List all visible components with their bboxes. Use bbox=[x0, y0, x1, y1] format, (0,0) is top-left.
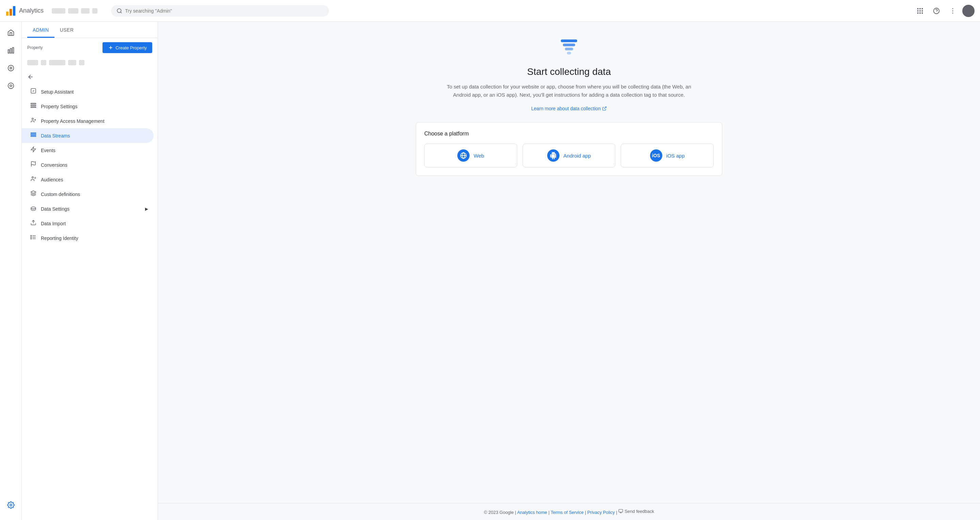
svg-point-50 bbox=[31, 237, 31, 238]
menu-item-data-settings[interactable]: Data Settings ▶ bbox=[22, 201, 154, 216]
back-arrow-icon bbox=[27, 73, 34, 80]
web-platform-button[interactable]: Web bbox=[424, 144, 517, 167]
svg-point-49 bbox=[31, 235, 31, 236]
back-button[interactable] bbox=[24, 71, 37, 83]
account-item-blurred-3 bbox=[49, 60, 65, 65]
svg-rect-7 bbox=[922, 8, 923, 9]
platform-options: Web Android app iOS bbox=[424, 144, 714, 167]
hero-icon bbox=[558, 38, 580, 58]
advertising-nav-button[interactable] bbox=[3, 78, 19, 94]
svg-rect-0 bbox=[6, 11, 8, 16]
content-main: Start collecting data To set up data col… bbox=[158, 22, 980, 503]
home-nav-button[interactable] bbox=[3, 24, 19, 41]
grid-icon bbox=[916, 7, 924, 14]
menu-item-custom-definitions[interactable]: Custom definitions bbox=[22, 187, 154, 201]
custom-definitions-icon bbox=[30, 190, 37, 198]
svg-rect-37 bbox=[31, 135, 36, 135]
svg-rect-53 bbox=[563, 44, 575, 46]
menu-item-audiences[interactable]: Audiences bbox=[22, 172, 154, 187]
menu-item-reporting-identity[interactable]: Reporting Identity bbox=[22, 231, 154, 246]
account-blurred-3 bbox=[81, 8, 89, 14]
menu-item-data-import[interactable]: Data Import bbox=[22, 216, 154, 231]
svg-marker-39 bbox=[31, 147, 36, 152]
user-avatar[interactable] bbox=[962, 5, 975, 17]
account-selector[interactable] bbox=[49, 7, 100, 15]
learn-more-link[interactable]: Learn more about data collection bbox=[531, 106, 607, 111]
property-settings-icon bbox=[30, 102, 37, 110]
create-property-button[interactable]: Create Property bbox=[102, 42, 152, 53]
events-icon bbox=[30, 146, 37, 154]
conversions-icon bbox=[30, 161, 37, 169]
svg-rect-9 bbox=[920, 10, 921, 11]
search-icon bbox=[116, 8, 122, 14]
main-layout: ADMIN USER Property Create Property bbox=[0, 22, 980, 520]
svg-rect-19 bbox=[8, 50, 9, 53]
terms-of-service-link[interactable]: Terms of Service bbox=[550, 509, 584, 515]
more-menu-button[interactable] bbox=[946, 4, 959, 18]
svg-point-41 bbox=[32, 177, 34, 178]
menu-item-property-access[interactable]: Property Access Management bbox=[22, 114, 154, 128]
privacy-policy-link[interactable]: Privacy Policy bbox=[587, 509, 615, 515]
menu-item-conversions[interactable]: Conversions bbox=[22, 158, 154, 172]
send-feedback[interactable]: Send feedback bbox=[618, 509, 654, 514]
analytics-home-link[interactable]: Analytics home bbox=[517, 509, 547, 515]
search-input[interactable] bbox=[125, 8, 323, 14]
property-header: Property Create Property bbox=[22, 38, 158, 57]
account-item-blurred-5 bbox=[79, 60, 84, 65]
sidebar-bottom bbox=[3, 497, 19, 515]
svg-rect-13 bbox=[922, 12, 923, 14]
setup-assistant-icon bbox=[30, 88, 37, 96]
admin-tab[interactable]: ADMIN bbox=[27, 22, 54, 38]
help-icon-button[interactable] bbox=[930, 4, 943, 18]
android-platform-button[interactable]: Android app bbox=[523, 144, 616, 167]
android-label: Android app bbox=[563, 153, 591, 159]
apps-icon-button[interactable] bbox=[913, 4, 927, 18]
svg-rect-12 bbox=[920, 12, 921, 14]
svg-line-4 bbox=[121, 12, 122, 13]
explore-icon bbox=[7, 64, 14, 72]
menu-item-property-settings[interactable]: Property Settings bbox=[22, 99, 154, 114]
account-blurred-2 bbox=[68, 8, 78, 14]
account-item-blurred-4 bbox=[68, 60, 76, 65]
svg-rect-6 bbox=[920, 8, 921, 9]
menu-item-setup-assistant[interactable]: Setup Assistant bbox=[22, 84, 154, 99]
footer-separator-4: | bbox=[616, 509, 618, 515]
events-label: Events bbox=[41, 148, 56, 153]
account-item-blurred-2 bbox=[41, 60, 46, 65]
feedback-icon bbox=[618, 509, 623, 514]
menu-item-data-streams[interactable]: Data Streams bbox=[22, 128, 154, 143]
top-navigation: Analytics bbox=[0, 0, 980, 22]
svg-rect-32 bbox=[31, 107, 36, 108]
web-label: Web bbox=[474, 153, 484, 159]
account-blurred-1 bbox=[52, 8, 65, 14]
account-item-blurred-1 bbox=[27, 60, 38, 65]
svg-point-25 bbox=[10, 504, 12, 506]
data-settings-label: Data Settings bbox=[41, 206, 140, 212]
ios-icon: iOS bbox=[650, 149, 662, 162]
settings-nav-button[interactable] bbox=[3, 497, 19, 513]
svg-rect-11 bbox=[917, 12, 919, 14]
svg-rect-52 bbox=[561, 40, 577, 42]
account-blurred-4 bbox=[92, 8, 97, 14]
logo-area[interactable]: Analytics bbox=[5, 5, 44, 16]
user-tab[interactable]: USER bbox=[54, 22, 80, 38]
reporting-identity-icon bbox=[30, 234, 37, 242]
footer-copyright: © 2023 Google bbox=[484, 509, 514, 515]
menu-item-events[interactable]: Events bbox=[22, 143, 154, 158]
svg-line-56 bbox=[604, 107, 606, 109]
audiences-icon bbox=[30, 176, 37, 184]
reports-nav-button[interactable] bbox=[3, 42, 19, 59]
data-streams-label: Data Streams bbox=[41, 133, 70, 138]
explore-nav-button[interactable] bbox=[3, 60, 19, 76]
plus-icon bbox=[108, 45, 113, 51]
footer: © 2023 Google | Analytics home | Terms o… bbox=[158, 503, 980, 520]
svg-point-33 bbox=[32, 118, 34, 120]
ios-platform-button[interactable]: iOS iOS app bbox=[621, 144, 714, 167]
content-area: Start collecting data To set up data col… bbox=[158, 22, 980, 520]
property-settings-label: Property Settings bbox=[41, 104, 77, 109]
platform-title: Choose a platform bbox=[424, 131, 714, 137]
search-bar bbox=[111, 5, 329, 17]
svg-rect-54 bbox=[565, 48, 573, 51]
svg-rect-58 bbox=[619, 509, 623, 512]
svg-rect-36 bbox=[31, 133, 36, 133]
